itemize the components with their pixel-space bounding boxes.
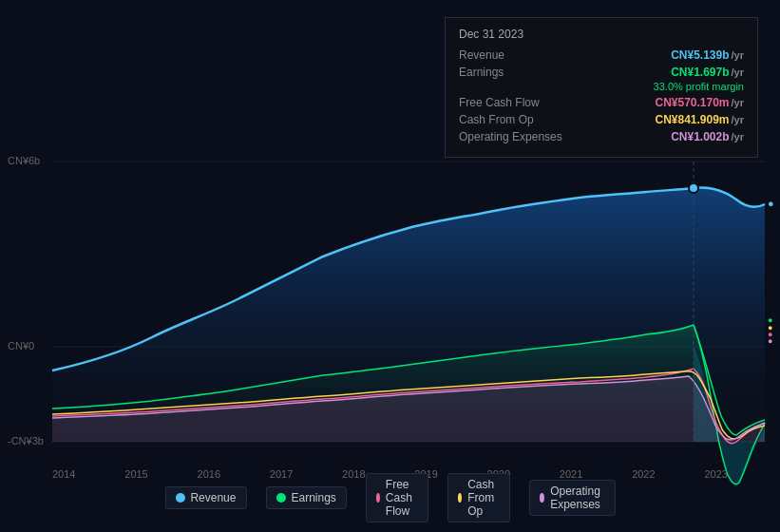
- legend-opex[interactable]: Operating Expenses: [529, 480, 616, 516]
- x-label-2022: 2022: [632, 468, 655, 480]
- tooltip-opex-row: Operating Expenses CN¥1.002b/yr: [459, 130, 744, 143]
- x-label-2014: 2014: [52, 468, 75, 480]
- legend-cashop-label: Cash From Op: [467, 478, 500, 518]
- tooltip-earnings-value: CN¥1.697b/yr: [671, 66, 744, 79]
- tooltip-date: Dec 31 2023: [459, 28, 744, 41]
- x-label-2023: 2023: [704, 468, 727, 480]
- legend-fcf-label: Free Cash Flow: [386, 478, 418, 518]
- tooltip-opex-value: CN¥1.002b/yr: [671, 130, 744, 143]
- profit-margin-value: 33.0% profit margin: [654, 81, 744, 92]
- chart-legend: Revenue Earnings Free Cash Flow Cash Fro…: [164, 473, 615, 522]
- legend-fcf[interactable]: Free Cash Flow: [366, 473, 428, 522]
- legend-earnings-label: Earnings: [291, 491, 335, 504]
- x-label-2015: 2015: [124, 468, 147, 480]
- legend-opex-dot: [540, 493, 544, 503]
- tooltip-fcf-row: Free Cash Flow CN¥570.170m/yr: [459, 96, 744, 109]
- legend-cashop[interactable]: Cash From Op: [447, 473, 510, 522]
- legend-fcf-dot: [376, 493, 380, 503]
- tooltip-cashop-value: CN¥841.909m/yr: [655, 113, 744, 126]
- legend-revenue[interactable]: Revenue: [164, 486, 246, 509]
- tooltip-revenue-value: CN¥5.139b/yr: [671, 48, 744, 62]
- chart-container: ● ● ● ● ● CN¥6b CN¥0 -CN¥3b 2014 2015 20…: [0, 0, 780, 532]
- legend-revenue-dot: [175, 493, 184, 503]
- tooltip-fcf-label: Free Cash Flow: [459, 96, 573, 109]
- profit-margin-row: 33.0% profit margin: [459, 81, 744, 92]
- tooltip-fcf-value: CN¥570.170m/yr: [655, 96, 744, 109]
- tooltip-revenue-label: Revenue: [459, 48, 573, 62]
- legend-earnings[interactable]: Earnings: [265, 486, 346, 509]
- tooltip-box: Dec 31 2023 Revenue CN¥5.139b/yr Earning…: [445, 17, 758, 158]
- tooltip-earnings-row: Earnings CN¥1.697b/yr: [459, 66, 744, 79]
- svg-text:●: ●: [768, 336, 772, 346]
- legend-opex-label: Operating Expenses: [550, 484, 604, 511]
- svg-text:●: ●: [768, 198, 774, 209]
- tooltip-opex-label: Operating Expenses: [459, 130, 573, 143]
- tooltip-cashop-label: Cash From Op: [459, 113, 573, 126]
- legend-revenue-label: Revenue: [190, 491, 236, 504]
- legend-cashop-dot: [458, 493, 462, 503]
- tooltip-cashop-row: Cash From Op CN¥841.909m/yr: [459, 113, 744, 126]
- y-label-6b: CN¥6b: [8, 155, 40, 166]
- tooltip-earnings-label: Earnings: [459, 66, 573, 79]
- y-label-neg3b: -CN¥3b: [8, 435, 44, 446]
- legend-earnings-dot: [276, 493, 285, 503]
- svg-point-5: [689, 183, 698, 193]
- y-label-0: CN¥0: [8, 340, 34, 352]
- tooltip-revenue-row: Revenue CN¥5.139b/yr: [459, 48, 744, 62]
